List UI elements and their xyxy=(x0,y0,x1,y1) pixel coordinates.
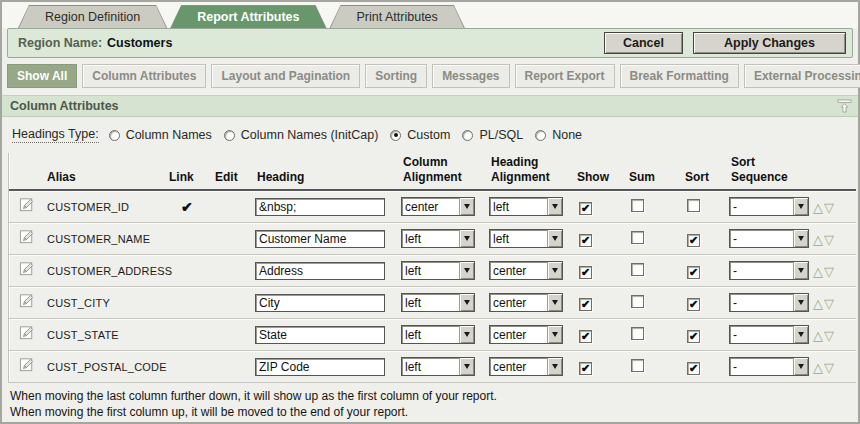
sum-checkbox[interactable]: ✔ xyxy=(631,231,644,244)
sort-sequence-select[interactable]: - xyxy=(729,261,809,280)
move-up-icon[interactable]: △ xyxy=(813,200,823,215)
column-alignment-select[interactable]: left xyxy=(401,293,475,312)
toolbar-button-messages[interactable]: Messages xyxy=(432,64,509,88)
alias-cell: CUSTOMER_ADDRESS xyxy=(45,265,167,277)
show-checkbox[interactable]: ✔ xyxy=(579,298,592,311)
heading-alignment-select[interactable]: center xyxy=(489,261,563,280)
scroll-to-top-icon[interactable] xyxy=(837,99,852,113)
heading-input[interactable] xyxy=(255,358,385,376)
move-up-icon[interactable]: △ xyxy=(813,360,823,375)
col-header-alias: Alias xyxy=(45,170,167,185)
sort-checkbox[interactable]: ✔ xyxy=(687,298,700,311)
heading-input[interactable] xyxy=(255,294,385,312)
edit-pencil-icon[interactable] xyxy=(19,228,36,245)
headings-type-option-custom[interactable]: Custom xyxy=(390,128,450,142)
move-down-icon[interactable]: ▽ xyxy=(824,200,834,215)
radio-label: None xyxy=(552,128,582,142)
heading-alignment-select[interactable]: left xyxy=(489,197,563,216)
move-down-icon[interactable]: ▽ xyxy=(824,264,834,279)
headings-type-option-column-names[interactable]: Column Names xyxy=(109,128,212,142)
column-alignment-select[interactable]: left xyxy=(401,357,475,376)
toolbar-button-sorting[interactable]: Sorting xyxy=(365,64,427,88)
column-alignment-select[interactable]: left xyxy=(401,229,475,248)
move-down-icon[interactable]: ▽ xyxy=(824,296,834,311)
heading-input[interactable] xyxy=(255,198,385,216)
radio-icon[interactable] xyxy=(390,130,401,141)
link-check-icon: ✔ xyxy=(167,263,181,279)
move-down-icon[interactable]: ▽ xyxy=(824,328,834,343)
edit-pencil-icon[interactable] xyxy=(19,196,36,213)
apply-changes-button[interactable]: Apply Changes xyxy=(693,32,846,54)
report-attributes-window: Region Definition Report Attributes Prin… xyxy=(0,0,860,424)
toolbar-button-column-attributes[interactable]: Column Attributes xyxy=(82,64,206,88)
move-up-icon[interactable]: △ xyxy=(813,232,823,247)
tab-region-definition[interactable]: Region Definition xyxy=(18,5,167,28)
show-checkbox[interactable]: ✔ xyxy=(579,266,592,279)
col-header-column-alignment: Column Alignment xyxy=(401,155,489,185)
sort-sequence-select[interactable]: - xyxy=(729,325,809,344)
toolbar-button-report-export[interactable]: Report Export xyxy=(515,64,615,88)
sort-checkbox[interactable]: ✔ xyxy=(687,234,700,247)
column-alignment-select[interactable]: left xyxy=(401,261,475,280)
heading-alignment-select[interactable]: center xyxy=(489,293,563,312)
edit-pencil-icon[interactable] xyxy=(19,324,36,341)
toolbar-button-layout-and-pagination[interactable]: Layout and Pagination xyxy=(211,64,360,88)
sort-checkbox[interactable]: ✔ xyxy=(687,266,700,279)
sum-checkbox[interactable]: ✔ xyxy=(631,295,644,308)
tab-report-attributes[interactable]: Report Attributes xyxy=(170,5,326,28)
region-name-bar: Region Name: Customers Cancel Apply Chan… xyxy=(7,28,853,58)
cancel-button[interactable]: Cancel xyxy=(604,32,683,54)
column-alignment-select[interactable]: left xyxy=(401,325,475,344)
heading-alignment-select[interactable]: center xyxy=(489,357,563,376)
show-checkbox[interactable]: ✔ xyxy=(579,202,592,215)
radio-icon[interactable] xyxy=(535,130,546,141)
headings-type-option-column-names-initcap[interactable]: Column Names (InitCap) xyxy=(224,128,379,142)
move-up-icon[interactable]: △ xyxy=(813,296,823,311)
help-text: When moving the last column further down… xyxy=(2,383,858,420)
sort-checkbox[interactable]: ✔ xyxy=(687,362,700,375)
move-up-icon[interactable]: △ xyxy=(813,328,823,343)
dropdown-arrow-icon xyxy=(793,198,808,215)
toolbar-button-external-processing[interactable]: External Processing xyxy=(744,64,860,88)
headings-type-option-none[interactable]: None xyxy=(535,128,582,142)
col-header-heading: Heading xyxy=(255,170,401,185)
column-alignment-select[interactable]: center xyxy=(401,197,475,216)
toolbar-button-break-formatting[interactable]: Break Formatting xyxy=(620,64,739,88)
edit-pencil-icon[interactable] xyxy=(19,292,36,309)
sort-sequence-select[interactable]: - xyxy=(729,357,809,376)
show-checkbox[interactable]: ✔ xyxy=(579,330,592,343)
sort-checkbox[interactable]: ✔ xyxy=(687,199,700,212)
heading-input[interactable] xyxy=(255,262,385,280)
edit-pencil-icon[interactable] xyxy=(19,260,36,277)
heading-alignment-select[interactable]: left xyxy=(489,229,563,248)
edit-pencil-icon[interactable] xyxy=(19,356,36,373)
sum-checkbox[interactable]: ✔ xyxy=(631,263,644,276)
tab-print-attributes[interactable]: Print Attributes xyxy=(330,5,465,28)
headings-type-option-plsql[interactable]: PL/SQL xyxy=(462,128,523,142)
sum-checkbox[interactable]: ✔ xyxy=(631,359,644,372)
sort-sequence-select[interactable]: - xyxy=(729,293,809,312)
sort-checkbox[interactable]: ✔ xyxy=(687,330,700,343)
table-header-row: Alias Link Edit Heading Column Alignment… xyxy=(9,153,856,191)
alias-cell: CUSTOMER_ID xyxy=(45,201,167,213)
dropdown-arrow-icon xyxy=(793,358,808,375)
toolbar-button-show-all[interactable]: Show All xyxy=(7,64,77,88)
sort-sequence-select[interactable]: - xyxy=(729,197,809,216)
heading-input[interactable] xyxy=(255,230,385,248)
show-checkbox[interactable]: ✔ xyxy=(579,362,592,375)
radio-icon[interactable] xyxy=(462,130,473,141)
sum-checkbox[interactable]: ✔ xyxy=(631,327,644,340)
col-header-sort-sequence: Sort Sequence xyxy=(729,155,813,185)
heading-input[interactable] xyxy=(255,326,385,344)
heading-alignment-select[interactable]: center xyxy=(489,325,563,344)
sum-checkbox[interactable]: ✔ xyxy=(631,199,644,212)
radio-icon[interactable] xyxy=(224,130,235,141)
move-up-icon[interactable]: △ xyxy=(813,264,823,279)
move-down-icon[interactable]: ▽ xyxy=(824,360,834,375)
show-checkbox[interactable]: ✔ xyxy=(579,234,592,247)
sort-sequence-select[interactable]: - xyxy=(729,229,809,248)
move-down-icon[interactable]: ▽ xyxy=(824,232,834,247)
link-check-icon: ✔ xyxy=(167,359,181,375)
radio-icon[interactable] xyxy=(109,130,120,141)
headings-type-row: Headings Type: Column Names Column Names… xyxy=(2,117,858,151)
